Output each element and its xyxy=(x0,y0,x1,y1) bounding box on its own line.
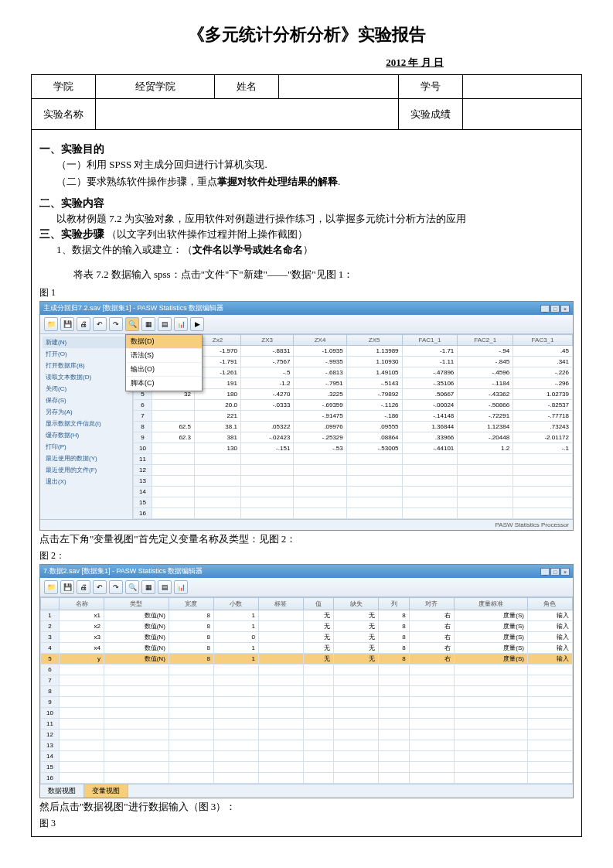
info-table: 学院 经贸学院 姓名 学号 实验名称 实验成绩 xyxy=(31,74,582,130)
undo-icon[interactable]: ↶ xyxy=(93,317,107,331)
side-new[interactable]: 新建(N) xyxy=(43,337,130,348)
goto-icon[interactable]: ▦ xyxy=(141,317,155,331)
vars-icon[interactable]: ▤ xyxy=(158,580,172,594)
find-icon[interactable]: 🔍 xyxy=(125,317,139,331)
s3-line1: 1、数据文件的输入或建立：（文件名以学号或姓名命名） xyxy=(39,241,574,258)
save-icon[interactable]: 💾 xyxy=(60,317,74,331)
side-saveas[interactable]: 另存为(A) xyxy=(43,406,130,418)
date-day: 日 xyxy=(431,56,444,68)
side-recent-data[interactable]: 最近使用的数据(Y) xyxy=(43,453,130,464)
fig3-caption: 然后点击"数据视图"进行数据输入（图 3）： xyxy=(39,800,574,814)
spss1-body: 新建(N) 数据(D) 语法(S) 输出(O) 脚本(C) 打开(O) 打开数据… xyxy=(40,334,573,519)
spss2-body: 名称类型宽度小数标签值缺失列对齐度量标准角色1x1数值(N)81无无8右度量(S… xyxy=(40,597,573,784)
s3-l1c: ） xyxy=(303,244,313,255)
label-score: 实验成绩 xyxy=(398,99,462,130)
spss2-titlebar: 7.数据2.sav [数据集1] - PASW Statistics 数据编辑器… xyxy=(40,565,573,578)
spss1-title: 主成分回归7.2.sav [数据集1] - PASW Statistics 数据… xyxy=(43,303,223,313)
minimize-icon[interactable]: _ xyxy=(540,305,550,313)
open-icon[interactable]: 📁 xyxy=(44,580,58,594)
s1-line1: （一）利用 SPSS 对主成分回归进行计算机实现. xyxy=(39,156,574,173)
spss1-statusbar: PASW Statistics Processor xyxy=(40,519,573,530)
side-readtext[interactable]: 读取文本数据(D) xyxy=(43,371,130,383)
s1-line2: （二）要求熟练软件操作步骤，重点掌握对软件处理结果的解释. xyxy=(39,173,574,190)
section-2-head: 二、实验内容 xyxy=(39,196,574,210)
window-buttons: _□× xyxy=(540,305,570,313)
side-open[interactable]: 打开(O) xyxy=(43,348,130,360)
open-icon[interactable]: 📁 xyxy=(44,317,58,331)
value-score xyxy=(462,99,581,130)
label-college: 学院 xyxy=(32,75,96,99)
print-icon[interactable]: 🖨 xyxy=(77,580,90,594)
spss1-titlebar: 主成分回归7.2.sav [数据集1] - PASW Statistics 数据… xyxy=(40,302,573,315)
tab-variable-view[interactable]: 变量视图 xyxy=(84,784,128,798)
maximize-icon[interactable]: □ xyxy=(550,568,560,576)
submenu-script[interactable]: 脚本(C) xyxy=(126,377,202,391)
undo-icon[interactable]: ↶ xyxy=(93,580,107,594)
side-save[interactable]: 保存(S) xyxy=(43,395,130,406)
spss2-toolbar: 📁 💾 🖨 ↶ ↷ 🔍 ▦ ▤ 📊 xyxy=(40,578,573,597)
value-college: 经贸学院 xyxy=(96,75,215,99)
side-cache[interactable]: 缓存数据(H) xyxy=(43,429,130,441)
side-close[interactable]: 关闭(C) xyxy=(43,383,130,395)
spss-screenshot-2: 7.数据2.sav [数据集1] - PASW Statistics 数据编辑器… xyxy=(39,564,574,798)
fig1-label: 图 1 xyxy=(39,286,574,299)
chart-icon[interactable]: 📊 xyxy=(174,317,188,331)
side-exit[interactable]: 退出(X) xyxy=(43,476,130,487)
spss2-tabs: 数据视图 变量视图 xyxy=(40,784,573,798)
section-1-head: 一、实验目的 xyxy=(39,142,574,156)
s1-l2a: （二）要求熟练软件操作步骤，重点 xyxy=(56,176,217,187)
save-icon[interactable]: 💾 xyxy=(60,580,74,594)
submenu-data[interactable]: 数据(D) xyxy=(126,335,202,349)
side-recent-file[interactable]: 最近使用的文件(F) xyxy=(43,464,130,476)
spss2-title: 7.数据2.sav [数据集1] - PASW Statistics 数据编辑器 xyxy=(43,566,203,576)
value-id xyxy=(462,75,581,99)
s3-note: （以文字列出软件操作过程并附上操作截图） xyxy=(107,228,308,240)
date-year: 年 xyxy=(406,56,418,68)
maximize-icon[interactable]: □ xyxy=(550,305,560,313)
submenu-output[interactable]: 输出(O) xyxy=(126,363,202,377)
spss1-toolbar: 📁 💾 🖨 ↶ ↷ 🔍 ▦ ▤ 📊 ▶ xyxy=(40,315,573,334)
close-icon[interactable]: × xyxy=(560,568,570,576)
s3-line2: 将表 7.2 数据输入 spss：点击"文件"下"新建"——"数据"见图 1： xyxy=(39,266,574,283)
tab-data-view[interactable]: 数据视图 xyxy=(40,784,84,798)
label-id: 学号 xyxy=(398,75,462,99)
section-3-head: 三、实验步骤 xyxy=(39,227,104,240)
close-icon[interactable]: × xyxy=(560,305,570,313)
s1-l2b: 掌握对软件处理结果的解释 xyxy=(217,176,338,187)
value-exp-name xyxy=(96,99,399,130)
fig2-label: 图 2： xyxy=(39,549,574,562)
page-title: 《多元统计分析分析》实验报告 xyxy=(31,23,582,46)
redo-icon[interactable]: ↷ xyxy=(109,580,123,594)
s2-line1: 以教材例题 7.2 为实验对象，应用软件对例题进行操作练习，以掌握多元统计分析方… xyxy=(39,210,574,227)
chart-icon[interactable]: 📊 xyxy=(174,580,188,594)
spss-screenshot-1: 主成分回归7.2.sav [数据集1] - PASW Statistics 数据… xyxy=(39,301,574,531)
spss2-var-table: 名称类型宽度小数标签值缺失列对齐度量标准角色1x1数值(N)81无无8右度量(S… xyxy=(40,597,573,784)
run-icon[interactable]: ▶ xyxy=(190,317,204,331)
goto-icon[interactable]: ▦ xyxy=(141,580,155,594)
vars-icon[interactable]: ▤ xyxy=(158,317,172,331)
date-year-val: 2012 xyxy=(386,56,406,68)
submenu-syntax[interactable]: 语法(S) xyxy=(126,349,202,363)
fig2-caption: 点击左下角"变量视图"首先定义变量名称及类型：见图 2： xyxy=(39,532,574,546)
minimize-icon[interactable]: _ xyxy=(540,568,550,576)
date-month: 月 xyxy=(418,56,431,68)
label-exp-name: 实验名称 xyxy=(32,99,96,130)
content-area: 一、实验目的 （一）利用 SPSS 对主成分回归进行计算机实现. （二）要求熟练… xyxy=(31,130,582,837)
redo-icon[interactable]: ↷ xyxy=(109,317,123,331)
side-info[interactable]: 显示数据文件信息(I) xyxy=(43,418,130,429)
s3-l1a: 1、数据文件的输入或建立：（ xyxy=(56,244,192,255)
fig3-label: 图 3 xyxy=(39,817,574,830)
window-buttons-2: _□× xyxy=(540,568,570,576)
value-name xyxy=(279,75,398,99)
print-icon[interactable]: 🖨 xyxy=(77,317,90,331)
date-line: 2012 年 月 日 xyxy=(31,56,582,70)
find-icon[interactable]: 🔍 xyxy=(125,580,139,594)
spss1-sidebar: 新建(N) 数据(D) 语法(S) 输出(O) 脚本(C) 打开(O) 打开数据… xyxy=(40,334,133,519)
s3-l1b: 文件名以学号或姓名命名 xyxy=(192,244,303,255)
side-print[interactable]: 打印(P) xyxy=(43,441,130,453)
new-submenu: 数据(D) 语法(S) 输出(O) 脚本(C) xyxy=(125,334,203,391)
spss2-grid[interactable]: 名称类型宽度小数标签值缺失列对齐度量标准角色1x1数值(N)81无无8右度量(S… xyxy=(40,597,573,784)
side-opendb[interactable]: 打开数据库(B) xyxy=(43,360,130,371)
label-name: 姓名 xyxy=(215,75,279,99)
